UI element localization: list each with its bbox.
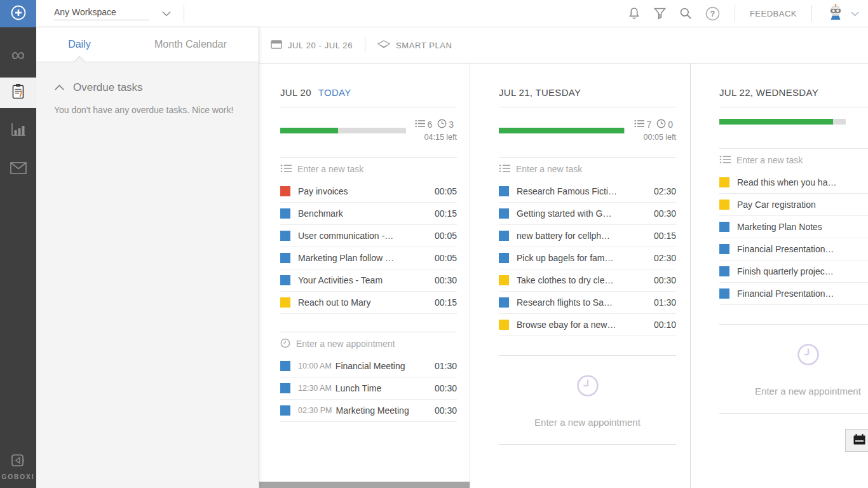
topbar: Any Workspace (36, 0, 868, 27)
task-label: Marketing Plan follow … (298, 253, 431, 263)
robot-avatar (827, 4, 844, 24)
task-row[interactable]: Pay invoices 00:05 (280, 180, 457, 203)
task-row[interactable]: User communication -… 00:05 (280, 225, 457, 247)
new-task-input[interactable]: Enter a new task (719, 149, 868, 172)
task-row[interactable]: Marketing Plan Notes (719, 216, 868, 238)
sidebar-item-mail[interactable] (0, 154, 36, 184)
overdue-title: Overdue tasks (73, 81, 143, 94)
feedback-link[interactable]: FEEDBACK (750, 9, 797, 18)
task-duration: 02:30 (654, 253, 676, 263)
task-list-icon (634, 119, 644, 130)
search-icon (679, 7, 692, 20)
week-range-control[interactable]: JUL 20 - JUL 26 (271, 39, 353, 51)
task-label: Financial Presentation… (737, 244, 868, 254)
smart-plan-button[interactable]: SMART PLAN (377, 40, 452, 51)
task-row[interactable]: Browse ebay for a new… 00:10 (499, 314, 676, 336)
task-row[interactable]: Research flights to Sa… 01:30 (499, 292, 676, 314)
view-tabs: Daily Month Calendar (36, 27, 259, 62)
task-row[interactable]: Financial Presentation… (719, 283, 868, 305)
task-duration: 00:30 (435, 275, 457, 285)
clipboard-icon (11, 83, 25, 102)
progress-bar (280, 128, 406, 133)
appointment-row[interactable]: 10:00 AM Financial Meeting 01:30 (280, 355, 457, 377)
left-panel: Daily Month Calendar Overdue tasks You (36, 27, 259, 488)
add-button[interactable] (0, 0, 36, 27)
stats-right: 7 0 00:05 left (625, 119, 676, 142)
planner-header: JUL 20 - JUL 26 SMART PLAN (259, 27, 868, 64)
filter-button[interactable] (654, 8, 666, 20)
new-appointment-input[interactable]: Enter a new appointment (280, 332, 457, 355)
tab-daily[interactable]: Daily (60, 27, 98, 62)
task-label: Take clothes to dry cle… (517, 275, 650, 285)
goboxi-logo-text: GOBOXI (1, 473, 34, 480)
day-column: JUL 21, TUESDAY 7 (470, 64, 691, 488)
task-row[interactable]: Pick up bagels for fam… 02:30 (499, 247, 676, 269)
appointment-row[interactable]: 02:30 PM Marketing Meeting 00:30 (280, 400, 457, 422)
svg-text:?: ? (710, 9, 715, 18)
tab-month-calendar[interactable]: Month Calendar (147, 27, 234, 62)
task-label: Pay Car registration (737, 200, 868, 210)
divider (719, 107, 868, 107)
day-title: JUL 20 (280, 87, 311, 98)
tasks-count: 7 (646, 119, 651, 130)
appointment-time: 10:00 AM (298, 362, 332, 370)
appointments-count: 0 (668, 119, 673, 130)
overdue-tasks-header[interactable]: Overdue tasks (54, 81, 241, 94)
day-title: JUL 22, WEDNESDAY (719, 87, 818, 98)
task-list-icon (719, 155, 731, 166)
task-row[interactable]: Finish quarterly projec… (719, 261, 868, 283)
help-button[interactable]: ? (705, 6, 720, 21)
new-task-input[interactable]: Enter a new task (499, 158, 676, 180)
user-menu[interactable] (827, 4, 859, 24)
search-button[interactable] (679, 7, 692, 20)
task-duration: 00:05 (435, 231, 457, 241)
calendar-icon (853, 433, 866, 447)
appointment-label: Financial Meeting (336, 361, 431, 371)
envelope-icon (10, 162, 27, 177)
workspace-selector[interactable]: Any Workspace (54, 7, 171, 20)
main-area: Any Workspace (36, 0, 868, 488)
appointment-list: 10:00 AM Financial Meeting 01:30 12:30 A… (280, 355, 457, 422)
topbar-right: ? FEEDBACK (628, 4, 859, 24)
day-title-row: JUL 21, TUESDAY (499, 87, 676, 98)
appointment-label: Lunch Time (336, 383, 431, 393)
planner-header-divider (365, 37, 365, 53)
task-color-square (280, 253, 290, 263)
appointment-duration: 00:30 (435, 383, 457, 393)
task-row[interactable]: new battery for cellph… 00:15 (499, 225, 676, 247)
task-list-icon (415, 119, 425, 130)
today-badge[interactable]: TODAY (318, 87, 351, 98)
sidebar-item-reports[interactable] (0, 116, 36, 146)
sidebar-item-planner[interactable] (0, 78, 36, 108)
task-row[interactable]: Take clothes to dry cle… 00:30 (499, 269, 676, 292)
left-rail: ∞ (0, 0, 36, 488)
appointment-row[interactable]: 12:30 AM Lunch Time 00:30 (280, 377, 457, 400)
task-color-square (280, 297, 290, 308)
task-row[interactable]: Marketing Plan follow … 00:05 (280, 247, 457, 269)
task-duration: 00:10 (654, 320, 676, 330)
task-row[interactable]: Your Activities - Team 00:30 (280, 269, 457, 292)
horizontal-scrollbar-thumb[interactable] (259, 482, 470, 488)
task-row[interactable]: Financial Presentation… (719, 238, 868, 261)
sidebar-item-infinity[interactable]: ∞ (0, 39, 36, 70)
empty-appointments[interactable]: Enter a new appointment (719, 324, 868, 414)
task-row[interactable]: Getting started with G… 00:30 (499, 203, 676, 225)
task-row[interactable]: Benchmark 00:15 (280, 203, 457, 225)
notifications-button[interactable] (628, 7, 641, 20)
topbar-divider (811, 5, 812, 22)
task-label: Research flights to Sa… (517, 297, 650, 308)
calendar-toggle-button[interactable] (845, 429, 868, 452)
new-appointment-placeholder: Enter a new appointment (296, 339, 395, 349)
task-row[interactable]: Pay Car registration (719, 194, 868, 216)
task-row[interactable]: Read this when you ha… (719, 172, 868, 194)
time-left: 04:15 left (406, 133, 457, 142)
chevron-down-icon (162, 8, 171, 19)
day-columns: JUL 20 TODAY 6 (259, 64, 868, 488)
empty-appointment-label: Enter a new appointment (534, 417, 641, 428)
calendar-icon (271, 39, 282, 51)
task-row[interactable]: Research Famous Ficti… 02:30 (499, 180, 676, 203)
task-row[interactable]: Reach out to Mary 00:15 (280, 292, 457, 314)
empty-appointments[interactable]: Enter a new appointment (499, 355, 676, 445)
new-task-input[interactable]: Enter a new task (280, 158, 457, 180)
task-label: Financial Presentation… (737, 288, 868, 299)
